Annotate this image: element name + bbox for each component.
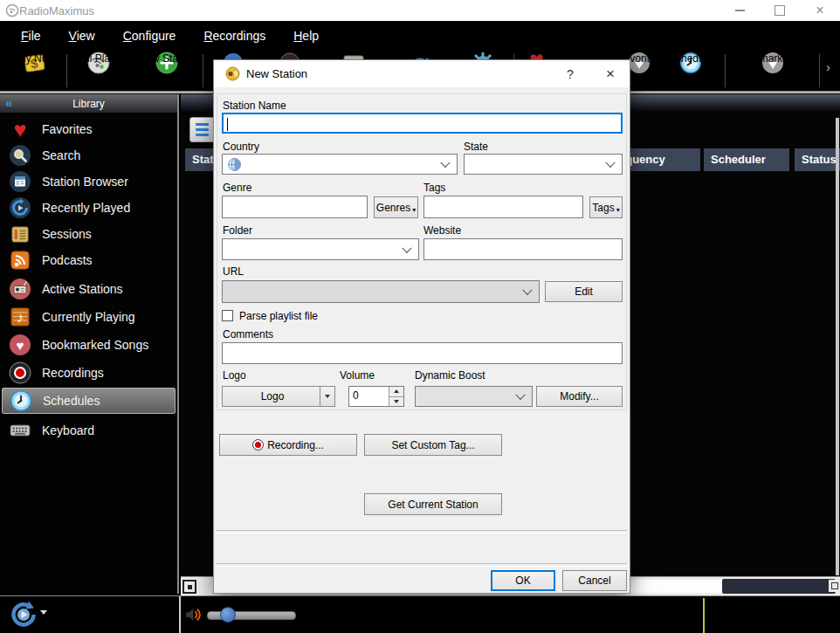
vertical-scrollbar[interactable] bbox=[836, 118, 839, 575]
volume-label: Volume bbox=[340, 369, 375, 382]
grid-toggle-icon[interactable] bbox=[182, 580, 196, 594]
dropdown-arrow-icon: ▾ bbox=[616, 206, 620, 214]
dialog-help-button[interactable]: ? bbox=[553, 60, 588, 87]
logo-split-button[interactable]: Logo bbox=[222, 386, 335, 407]
logo-dropdown-section[interactable] bbox=[320, 387, 334, 406]
dialog-separator bbox=[217, 530, 627, 533]
schedule-button[interactable]: Schedule bbox=[665, 52, 716, 90]
scrollbar-corner-button[interactable] bbox=[829, 580, 840, 592]
modify-button[interactable]: Modify... bbox=[536, 386, 623, 407]
sidebar-header: « Library bbox=[0, 94, 177, 113]
currently-playing-icon: ♪ bbox=[9, 306, 31, 328]
genre-input[interactable] bbox=[222, 196, 368, 218]
country-select[interactable] bbox=[222, 154, 458, 175]
dialog-separator bbox=[217, 563, 627, 567]
ok-button[interactable]: OK bbox=[491, 570, 555, 591]
menu-help[interactable]: Help bbox=[283, 25, 329, 46]
column-header-scheduler[interactable]: Scheduler bbox=[704, 148, 789, 171]
window-title: RadioMaximus bbox=[19, 4, 94, 17]
sidebar-item-station-browser[interactable]: Station Browser bbox=[2, 169, 176, 195]
set-custom-tag-button[interactable]: Set Custom Tag... bbox=[364, 434, 502, 456]
comments-input[interactable] bbox=[222, 342, 623, 364]
volume-slider-thumb[interactable] bbox=[220, 607, 236, 623]
tags-label: Tags bbox=[423, 182, 445, 194]
edit-button[interactable]: Edit bbox=[545, 281, 623, 302]
sidebar-item-recordings[interactable]: Recordings bbox=[2, 360, 176, 386]
column-header-status[interactable]: Status bbox=[795, 148, 840, 171]
sidebar-item-schedules[interactable]: Schedules bbox=[2, 388, 176, 414]
buy-now-button[interactable]: $ Buy Now bbox=[7, 52, 61, 90]
new-station-button[interactable]: New Station bbox=[134, 52, 199, 90]
tags-button[interactable]: Tags▾ bbox=[589, 196, 623, 218]
speaker-icon[interactable] bbox=[184, 605, 203, 628]
spinner-buttons[interactable] bbox=[389, 387, 403, 406]
toolbar-separator bbox=[203, 54, 203, 87]
new-station-dialog: New Station ? × Station Name Country Sta… bbox=[213, 59, 630, 594]
text-caret bbox=[227, 118, 228, 131]
dynamic-boost-select[interactable] bbox=[415, 386, 533, 407]
menu-view[interactable]: View bbox=[59, 25, 106, 46]
maximize-button[interactable] bbox=[760, 0, 800, 21]
tags-input[interactable] bbox=[423, 196, 583, 218]
sidebar-item-bookmarked-songs[interactable]: ♥ Bookmarked Songs bbox=[2, 332, 176, 358]
dialog-radio-icon bbox=[225, 66, 240, 81]
sidebar-item-currently-playing[interactable]: ♪ Currently Playing bbox=[2, 304, 176, 330]
recording-button[interactable]: Recording... bbox=[219, 434, 357, 456]
cancel-button[interactable]: Cancel bbox=[562, 570, 627, 591]
sidebar-item-search[interactable]: Search bbox=[2, 142, 176, 169]
play-mode-dropdown-icon[interactable] bbox=[40, 610, 47, 615]
spin-up-icon bbox=[389, 387, 403, 396]
panel-menu-button[interactable] bbox=[189, 117, 215, 142]
recently-played-icon bbox=[9, 196, 31, 219]
close-button[interactable]: × bbox=[800, 0, 840, 21]
toolbar-overflow-chevron[interactable]: › bbox=[826, 59, 830, 74]
sidebar-item-keyboard[interactable]: Keyboard bbox=[2, 417, 176, 444]
folder-select[interactable] bbox=[222, 238, 419, 260]
minimize-button[interactable] bbox=[720, 0, 760, 21]
station-name-label: Station Name bbox=[223, 100, 286, 112]
toolbar-separator bbox=[66, 54, 67, 87]
menu-recordings[interactable]: Recordings bbox=[193, 25, 276, 46]
sidebar-item-podcasts[interactable]: Podcasts bbox=[2, 247, 176, 273]
url-label: URL bbox=[223, 265, 244, 278]
svg-text:♪: ♪ bbox=[17, 310, 24, 325]
url-select[interactable] bbox=[222, 280, 540, 303]
dialog-close-button[interactable]: × bbox=[593, 60, 628, 87]
bookmark-song-button[interactable]: ♥ Bookmark Song bbox=[732, 52, 814, 90]
horizontal-scrollbar-track[interactable] bbox=[722, 579, 836, 594]
menu-configure[interactable]: Configure bbox=[113, 25, 187, 46]
parse-playlist-label: Parse playlist file bbox=[239, 310, 318, 322]
active-stations-icon bbox=[9, 278, 31, 300]
collapse-sidebar-icon[interactable]: « bbox=[5, 95, 12, 110]
search-icon bbox=[9, 144, 31, 167]
chevron-down-icon bbox=[522, 286, 532, 295]
dropdown-arrow-icon: ▾ bbox=[412, 206, 416, 214]
window-titlebar: RadioMaximus × bbox=[0, 0, 840, 21]
folder-label: Folder bbox=[223, 224, 252, 237]
play-mode-button[interactable] bbox=[9, 600, 38, 633]
state-select[interactable] bbox=[464, 154, 623, 175]
mini-player-button[interactable]: Mini Player bbox=[70, 52, 127, 90]
sidebar-item-recently-played[interactable]: Recently Played bbox=[2, 195, 176, 221]
level-meter-line bbox=[703, 598, 705, 633]
sidebar-item-active-stations[interactable]: Active Stations bbox=[2, 276, 176, 302]
get-current-station-button[interactable]: Get Current Station bbox=[364, 493, 502, 515]
dynamic-boost-label: Dynamic Boost bbox=[415, 369, 485, 382]
website-input[interactable] bbox=[423, 238, 623, 260]
genre-label: Genre bbox=[223, 182, 251, 194]
radiomaximus-window: RadioMaximus × File View Configure Recor… bbox=[0, 0, 840, 633]
sidebar-item-sessions[interactable]: Sessions bbox=[2, 221, 176, 247]
volume-spinner[interactable]: 0 bbox=[348, 386, 404, 407]
dropdown-arrow-icon bbox=[325, 395, 330, 398]
sidebar-item-favorites[interactable]: ♥ Favorites bbox=[2, 116, 176, 142]
logo-label: Logo bbox=[223, 369, 246, 382]
station-name-input[interactable] bbox=[222, 113, 623, 134]
parse-playlist-checkbox[interactable] bbox=[222, 310, 233, 321]
dialog-titlebar: New Station ? × bbox=[214, 60, 630, 87]
menu-file[interactable]: File bbox=[10, 25, 52, 46]
volume-value: 0 bbox=[353, 389, 359, 402]
genres-button[interactable]: Genres▾ bbox=[374, 196, 418, 218]
keyboard-icon bbox=[9, 419, 31, 442]
library-sidebar: « Library ♥ Favorites Search Station Bro… bbox=[0, 94, 179, 594]
bookmarked-songs-icon: ♥ bbox=[9, 334, 31, 356]
